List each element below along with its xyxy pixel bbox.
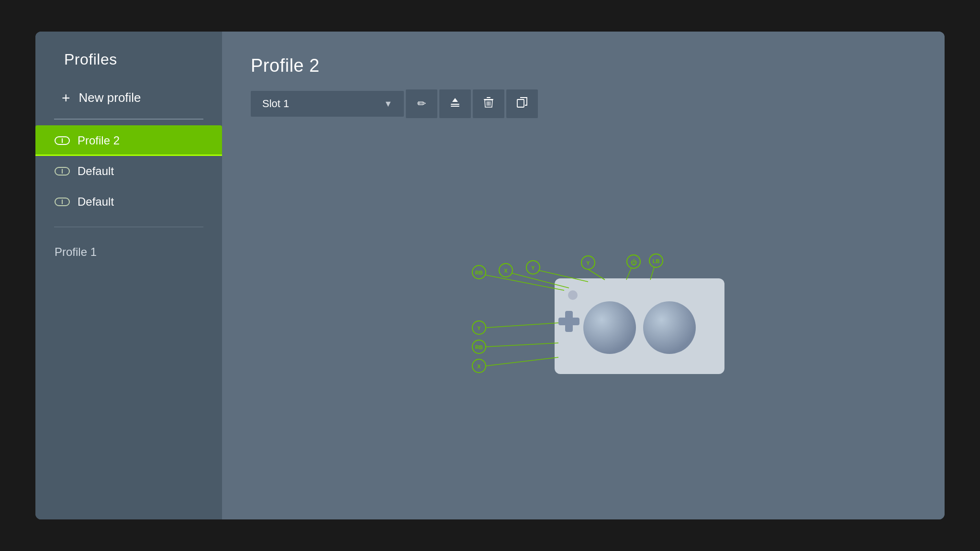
controller-area: RB X Y Y ⏻ — [251, 142, 916, 496]
svg-point-11 — [583, 301, 636, 354]
svg-text:Y: Y — [477, 325, 481, 331]
chevron-down-icon: ▼ — [384, 99, 392, 109]
svg-rect-1 — [451, 106, 459, 107]
edit-button[interactable]: ✏ — [406, 89, 437, 118]
svg-text:Y: Y — [531, 265, 535, 271]
page-title: Profile 2 — [251, 55, 916, 76]
svg-text:RB: RB — [475, 270, 483, 276]
slot-label: Slot 1 — [262, 98, 289, 110]
svg-line-17 — [486, 275, 564, 290]
svg-rect-14 — [558, 318, 579, 325]
svg-point-12 — [643, 301, 696, 354]
export-button[interactable] — [439, 89, 471, 118]
main-content: Profile 2 Slot 1 ▼ ✏ — [222, 32, 945, 519]
sidebar-item-default2[interactable]: Default — [35, 187, 222, 217]
svg-text:RB: RB — [475, 344, 483, 350]
delete-button[interactable] — [473, 89, 504, 118]
toolbar: Slot 1 ▼ ✏ — [251, 89, 916, 118]
default1-icon — [55, 167, 70, 176]
sidebar-title: Profiles — [35, 51, 222, 83]
copy-button[interactable] — [506, 89, 538, 118]
default2-label: Default — [78, 195, 114, 209]
svg-line-38 — [486, 343, 558, 347]
default1-label: Default — [78, 165, 114, 178]
svg-point-10 — [568, 290, 578, 300]
profile2-label: Profile 2 — [78, 134, 120, 147]
svg-rect-0 — [451, 104, 459, 105]
svg-line-29 — [626, 268, 631, 280]
svg-rect-9 — [555, 278, 724, 374]
controller-diagram: RB X Y Y ⏻ — [440, 242, 727, 396]
profile2-icon — [55, 136, 70, 145]
svg-text:⏻: ⏻ — [631, 259, 637, 266]
sidebar-item-default1[interactable]: Default — [35, 156, 222, 187]
sidebar-section-divider — [54, 227, 203, 227]
svg-text:Y: Y — [586, 260, 590, 266]
controller-svg: RB X Y Y ⏻ — [440, 242, 727, 396]
delete-icon — [483, 97, 494, 111]
svg-text:LB: LB — [653, 258, 660, 264]
new-profile-label: New profile — [79, 90, 141, 105]
sidebar-item-profile2[interactable]: Profile 2 — [35, 125, 222, 156]
profile1-label: Profile 1 — [55, 245, 97, 259]
svg-line-41 — [486, 357, 558, 366]
sidebar-divider-top — [54, 119, 203, 120]
screen: Profiles + New profile Profile 2 Default… — [35, 32, 945, 519]
edit-icon: ✏ — [417, 98, 426, 110]
sidebar-item-profile1[interactable]: Profile 1 — [35, 237, 222, 267]
plus-icon: + — [62, 91, 70, 105]
svg-rect-4 — [487, 97, 490, 98]
sidebar: Profiles + New profile Profile 2 Default… — [35, 32, 222, 519]
export-icon — [450, 97, 460, 110]
svg-line-32 — [650, 267, 654, 280]
svg-rect-8 — [517, 99, 524, 107]
slot-dropdown[interactable]: Slot 1 ▼ — [251, 91, 404, 117]
svg-text:X: X — [504, 268, 508, 274]
svg-marker-2 — [452, 98, 458, 102]
copy-icon — [517, 97, 527, 110]
default2-icon — [55, 198, 70, 206]
svg-line-35 — [486, 323, 558, 328]
svg-text:X: X — [477, 364, 481, 369]
new-profile-button[interactable]: + New profile — [35, 83, 222, 113]
svg-line-26 — [588, 269, 605, 280]
